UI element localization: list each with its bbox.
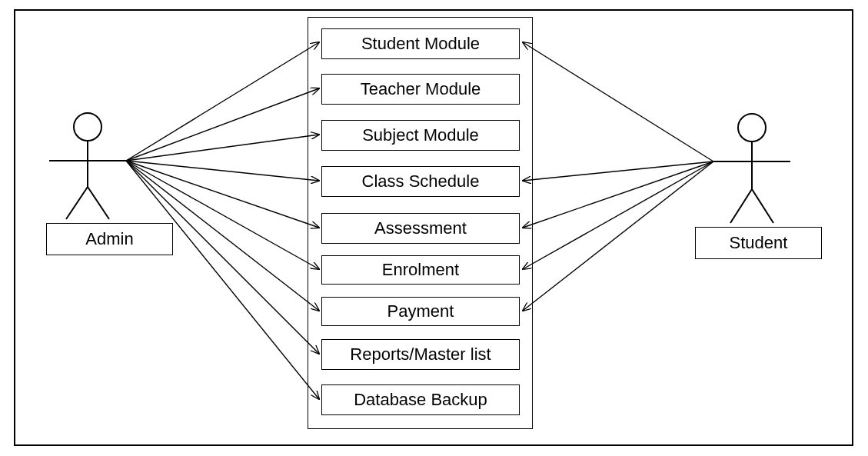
module-teacher: Teacher Module: [321, 74, 520, 105]
admin-label: Admin: [85, 229, 133, 249]
student-arrows: [523, 42, 713, 311]
admin-actor-icon: [49, 113, 126, 219]
admin-label-box: Admin: [46, 223, 173, 255]
svg-line-12: [126, 135, 319, 161]
module-student: Student Module: [321, 28, 520, 59]
module-payment: Payment: [321, 297, 520, 326]
student-label: Student: [730, 233, 788, 253]
svg-line-19: [523, 42, 713, 161]
svg-point-0: [74, 113, 101, 141]
module-label: Reports/Master list: [350, 344, 491, 364]
module-label: Teacher Module: [361, 79, 481, 99]
svg-point-5: [738, 114, 766, 141]
student-label-box: Student: [695, 227, 822, 259]
svg-line-4: [88, 187, 109, 219]
svg-line-11: [126, 88, 319, 161]
svg-line-18: [126, 161, 319, 399]
module-subject: Subject Module: [321, 120, 520, 151]
module-enrolment: Enrolment: [321, 255, 520, 285]
module-label: Student Module: [361, 34, 480, 54]
module-label: Subject Module: [362, 125, 479, 145]
svg-line-10: [126, 42, 319, 161]
svg-line-8: [730, 189, 752, 223]
module-class-schedule: Class Schedule: [321, 166, 520, 197]
student-actor-icon: [713, 114, 790, 223]
svg-line-9: [752, 189, 773, 223]
svg-line-17: [126, 161, 319, 354]
module-backup: Database Backup: [321, 384, 520, 415]
module-assessment: Assessment: [321, 213, 520, 244]
module-reports: Reports/Master list: [321, 339, 520, 370]
module-label: Database Backup: [354, 390, 487, 410]
admin-arrows: [126, 42, 319, 399]
module-label: Enrolment: [382, 260, 459, 280]
svg-line-3: [66, 187, 88, 219]
svg-line-23: [523, 161, 713, 311]
module-label: Payment: [387, 301, 454, 321]
module-label: Assessment: [374, 218, 467, 238]
module-label: Class Schedule: [362, 171, 480, 191]
use-case-diagram: Admin Student Student Module Teacher Mod…: [0, 0, 868, 456]
